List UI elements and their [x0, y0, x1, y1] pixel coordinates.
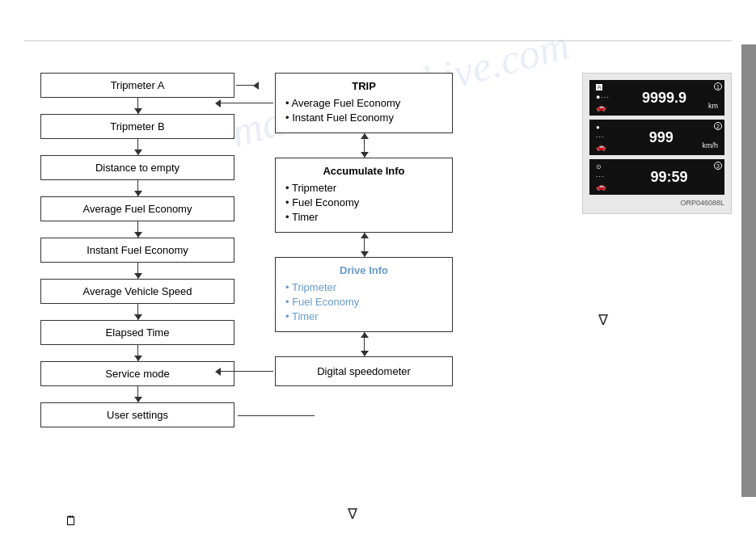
accumulate-item-1: Tripmeter [285, 182, 442, 194]
drive-item-2: Fuel Economy [285, 296, 442, 308]
drive-item-1: Tripmeter [285, 281, 442, 293]
accumulate-item-2: Fuel Economy [285, 196, 442, 208]
display-1-unit: km [708, 102, 718, 110]
drive-info-box: Drive Info Tripmeter Fuel Economy Timer [275, 257, 453, 332]
trip-box: TRIP Average Fuel Economy Instant Fuel E… [275, 73, 453, 133]
display-3-icons: ⊙ ··· 🚗 [596, 163, 620, 191]
flow-box-tripmeter-a: Tripmeter A [40, 73, 234, 98]
middle-column: TRIP Average Fuel Economy Instant Fuel E… [275, 73, 453, 386]
display-item-3: ⊙ ··· 🚗 99:59 3 [589, 159, 724, 195]
distance-to-empty-label: Distance to empty [95, 162, 179, 174]
flow-box-elapsed-time: Elapsed Time [40, 320, 234, 345]
display-caption: ORP046088L [589, 199, 724, 207]
display-3-circle: 3 [714, 162, 722, 170]
flow-box-distance-to-empty: Distance to empty [40, 155, 234, 180]
display-1-number: 9999.9 [620, 90, 708, 107]
arrow-tripmeter-a-b [137, 98, 138, 114]
accumulate-title: Accumulate Info [285, 165, 442, 177]
bottom-triangle: ∇ [348, 505, 357, 523]
display-2-unit: km/h [702, 141, 718, 149]
page-icon: 🗒 [65, 514, 78, 528]
arrow-avs-elapsed [137, 304, 138, 320]
service-mode-label: Service mode [105, 368, 169, 380]
trip-item-2: Instant Fuel Economy [285, 112, 442, 124]
avg-fuel-label: Average Fuel Economy [83, 203, 192, 215]
flow-box-avg-fuel: Average Fuel Economy [40, 196, 234, 221]
flow-box-user-settings: User settings [40, 402, 234, 427]
arrow-service-user [137, 386, 138, 402]
digital-speedometer-box: Digital speedometer [275, 356, 453, 386]
display-1-icons: 🅰 ●··· 🚗 [596, 84, 620, 112]
arrow-tripmeter-b-dte [137, 139, 138, 155]
flow-box-avg-speed: Average Vehicle Speed [40, 279, 234, 304]
top-rule [24, 40, 732, 41]
trip-title: TRIP [285, 80, 442, 92]
display-item-1: 🅰 ●··· 🚗 9999.9 km 1 [589, 80, 724, 116]
display-2-icons: ● ··· 🚗 [596, 124, 620, 151]
flow-box-service-mode: Service mode [40, 361, 234, 386]
drive-item-3: Timer [285, 310, 442, 322]
elapsed-time-label: Elapsed Time [106, 326, 170, 339]
arrow-elapsed-service [137, 345, 138, 361]
left-flow-column: Tripmeter A Tripmeter B Distance to empt… [40, 73, 234, 427]
arrow-afe-ife [137, 221, 138, 238]
trip-item-1: Average Fuel Economy [285, 97, 442, 109]
avg-speed-label: Average Vehicle Speed [83, 285, 192, 297]
accumulate-box: Accumulate Info Tripmeter Fuel Economy T… [275, 158, 453, 233]
display-panel: 🅰 ●··· 🚗 9999.9 km 1 ● ··· 🚗 999 km/h 2 … [582, 73, 732, 214]
flow-box-instant-fuel: Instant Fuel Economy [40, 238, 234, 263]
gray-sidebar [741, 44, 756, 497]
digital-speedometer-label: Digital speedometer [317, 365, 411, 377]
drive-info-title: Drive Info [285, 264, 442, 276]
display-item-2: ● ··· 🚗 999 km/h 2 [589, 120, 724, 155]
display-2-circle: 2 [714, 122, 722, 130]
instant-fuel-label: Instant Fuel Economy [87, 244, 188, 256]
display-2-number: 999 [620, 129, 702, 146]
accumulate-item-3: Timer [285, 211, 442, 223]
user-settings-label: User settings [107, 409, 168, 421]
display-3-number: 99:59 [620, 169, 718, 186]
tripmeter-b-label: Tripmeter B [110, 120, 164, 133]
tripmeter-a-label: Tripmeter A [111, 79, 165, 91]
flow-box-tripmeter-b: Tripmeter B [40, 114, 234, 139]
display-1-circle: 1 [714, 82, 722, 90]
right-triangle: ∇ [582, 311, 732, 329]
right-display-column: 🅰 ●··· 🚗 9999.9 km 1 ● ··· 🚗 999 km/h 2 … [582, 73, 732, 329]
arrow-ife-avs [137, 263, 138, 279]
arrow-dte-afe [137, 180, 138, 196]
